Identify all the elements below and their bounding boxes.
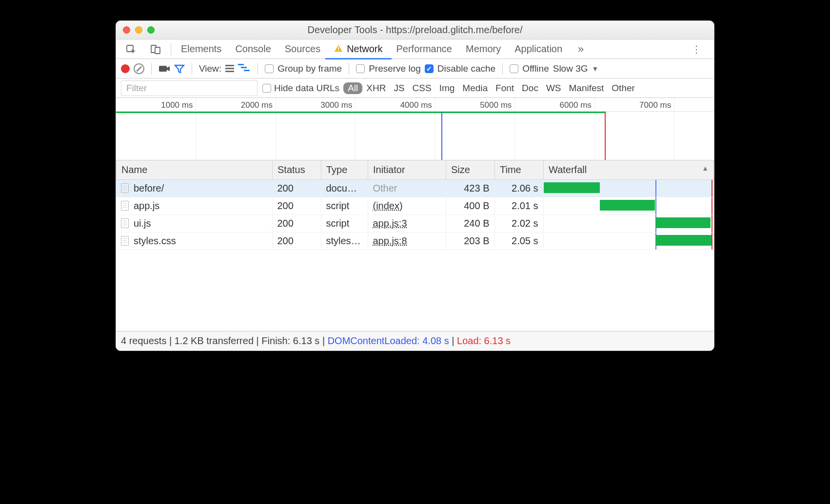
network-toolbar: View: Group by frame Preserve log Disabl… xyxy=(116,59,714,78)
col-name[interactable]: Name xyxy=(117,160,273,180)
tabs-overflow-button[interactable]: » xyxy=(571,39,591,59)
cell-status: 200 xyxy=(272,215,321,233)
svg-rect-6 xyxy=(238,64,244,65)
separator xyxy=(151,63,152,75)
filter-type-other[interactable]: Other xyxy=(608,83,639,94)
tab-performance[interactable]: Performance xyxy=(390,39,459,59)
file-icon xyxy=(121,236,129,246)
group-by-frame-checkbox[interactable] xyxy=(265,64,274,73)
timeline-tick: 3000 ms xyxy=(320,100,355,110)
status-load: Load: 6.13 s xyxy=(457,335,511,346)
overview-timeline[interactable]: 1000 ms2000 ms3000 ms4000 ms5000 ms6000 … xyxy=(116,98,714,160)
svg-rect-8 xyxy=(244,70,250,71)
devtools-window: Developer Tools - https://preload.glitch… xyxy=(116,20,714,351)
filter-bar: Hide data URLs AllXHRJSCSSImgMediaFontDo… xyxy=(116,78,714,98)
filter-type-doc[interactable]: Doc xyxy=(518,83,542,94)
throttling-select[interactable]: Slow 3G ▼ xyxy=(553,63,599,74)
svg-rect-4 xyxy=(338,50,339,51)
device-toggle-icon[interactable] xyxy=(143,39,168,59)
separator xyxy=(502,63,503,75)
cell-time: 2.01 s xyxy=(494,197,543,215)
tab-console[interactable]: Console xyxy=(228,39,277,59)
cell-name: ui.js xyxy=(116,215,272,233)
filter-icon[interactable] xyxy=(174,64,185,74)
col-initiator[interactable]: Initiator xyxy=(368,160,446,180)
table-row[interactable]: before/200docum…Other423 B2.06 s xyxy=(116,180,714,197)
titlebar: Developer Tools - https://preload.glitch… xyxy=(116,21,714,39)
disable-cache-checkbox[interactable] xyxy=(425,64,434,73)
col-waterfall[interactable]: Waterfall▲ xyxy=(544,160,714,180)
filter-type-xhr[interactable]: XHR xyxy=(362,83,390,94)
window-minimize-button[interactable] xyxy=(135,26,142,34)
clear-button[interactable] xyxy=(134,63,144,74)
record-button[interactable] xyxy=(121,64,130,73)
filter-type-js[interactable]: JS xyxy=(390,83,408,94)
cell-size: 400 B xyxy=(446,197,494,215)
settings-kebab-icon[interactable]: ⋮ xyxy=(683,43,711,55)
tab-network[interactable]: Network xyxy=(327,39,389,59)
separator xyxy=(171,43,171,56)
col-type[interactable]: Type xyxy=(321,160,368,180)
svg-rect-2 xyxy=(155,47,160,54)
timeline-tick: 4000 ms xyxy=(400,100,435,110)
cell-type: script xyxy=(321,215,368,233)
throttling-value: Slow 3G xyxy=(553,63,588,74)
waterfall-view-icon[interactable] xyxy=(238,63,251,74)
offline-checkbox[interactable] xyxy=(510,64,518,73)
tab-elements[interactable]: Elements xyxy=(174,39,228,59)
svg-rect-5 xyxy=(159,66,167,72)
cell-type: stylesh… xyxy=(321,233,368,250)
chevron-down-icon: ▼ xyxy=(592,65,599,73)
window-zoom-button[interactable] xyxy=(147,26,155,34)
view-label: View: xyxy=(199,63,221,74)
cell-name: app.js xyxy=(116,197,272,215)
hide-data-urls-label: Hide data URLs xyxy=(271,83,343,94)
filter-type-manifest[interactable]: Manifest xyxy=(565,83,608,94)
timeline-ruler: 1000 ms2000 ms3000 ms4000 ms5000 ms6000 … xyxy=(116,98,714,112)
col-status[interactable]: Status xyxy=(273,160,321,180)
filter-input[interactable] xyxy=(121,80,257,96)
cell-initiator[interactable]: app.js:8 xyxy=(368,233,446,250)
tab-application[interactable]: Application xyxy=(508,39,569,59)
cell-time: 2.06 s xyxy=(494,180,543,197)
status-bar: 4 requests | 1.2 KB transferred | Finish… xyxy=(116,331,714,350)
filter-type-img[interactable]: Img xyxy=(435,83,459,94)
waterfall-bar xyxy=(655,235,711,246)
requests-table: Name Status Type Initiator Size Time Wat… xyxy=(116,160,714,180)
col-size[interactable]: Size xyxy=(446,160,495,180)
cell-initiator[interactable]: app.js:3 xyxy=(368,215,446,233)
filter-type-all[interactable]: All xyxy=(343,82,362,94)
cell-size: 203 B xyxy=(446,233,494,250)
preserve-log-checkbox[interactable] xyxy=(356,64,365,73)
large-rows-icon[interactable] xyxy=(225,65,234,72)
filter-type-css[interactable]: CSS xyxy=(409,83,435,94)
filter-type-media[interactable]: Media xyxy=(458,83,492,94)
timeline-tick: 6000 ms xyxy=(560,100,594,110)
filter-type-font[interactable]: Font xyxy=(492,83,518,94)
table-header-row: Name Status Type Initiator Size Time Wat… xyxy=(117,160,714,180)
cell-initiator: Other xyxy=(368,180,446,197)
cell-initiator[interactable]: (index) xyxy=(368,197,446,215)
table-row[interactable]: app.js200script(index)400 B2.01 s xyxy=(116,197,714,215)
timeline-tick: 7000 ms xyxy=(639,100,674,110)
file-icon xyxy=(121,218,129,228)
table-row[interactable]: styles.css200stylesh…app.js:8203 B2.05 s xyxy=(116,233,714,250)
status-transferred: 1.2 KB transferred xyxy=(175,335,254,346)
filter-type-ws[interactable]: WS xyxy=(542,83,565,94)
inspect-element-icon[interactable] xyxy=(119,39,143,59)
tab-sources[interactable]: Sources xyxy=(278,39,327,59)
screenshots-icon[interactable] xyxy=(158,64,170,73)
hide-data-urls-checkbox[interactable] xyxy=(262,84,271,93)
cell-waterfall xyxy=(543,233,714,250)
cell-name: styles.css xyxy=(116,233,272,250)
preserve-log-label: Preserve log xyxy=(369,63,421,74)
window-close-button[interactable] xyxy=(123,26,130,34)
main-tabbar: ElementsConsoleSourcesNetworkPerformance… xyxy=(116,39,714,59)
timeline-dcl-marker xyxy=(441,112,442,160)
tab-memory[interactable]: Memory xyxy=(459,39,508,59)
table-row[interactable]: ui.js200scriptapp.js:3240 B2.02 s xyxy=(116,215,714,233)
col-time[interactable]: Time xyxy=(495,160,544,180)
disable-cache-label: Disable cache xyxy=(437,63,495,74)
offline-label: Offline xyxy=(522,63,549,74)
separator xyxy=(192,63,192,75)
